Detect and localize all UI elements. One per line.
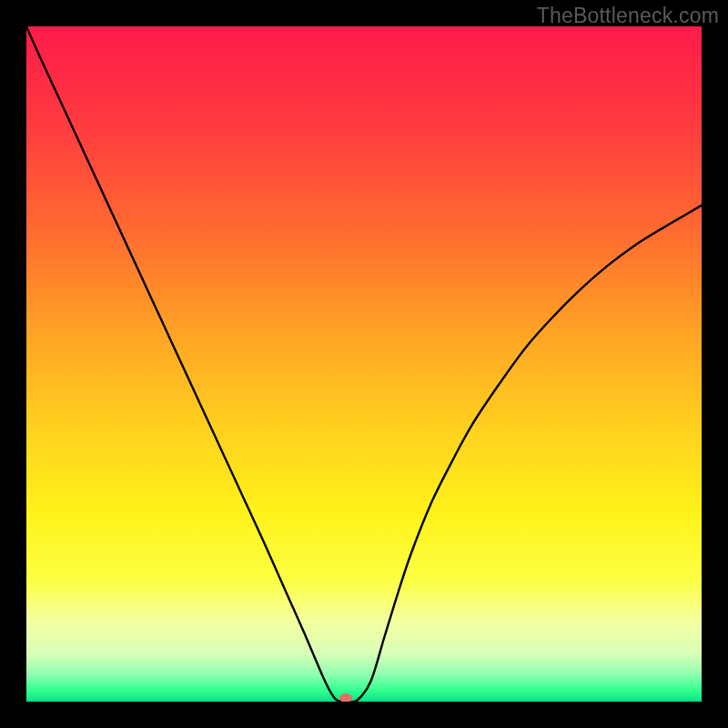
gradient-background bbox=[26, 26, 702, 702]
watermark-text: TheBottleneck.com bbox=[537, 4, 719, 28]
chart-root: TheBottleneck.com bbox=[0, 0, 728, 728]
plot-area bbox=[26, 26, 702, 702]
optimum-marker bbox=[339, 693, 352, 702]
chart-svg bbox=[26, 26, 702, 702]
